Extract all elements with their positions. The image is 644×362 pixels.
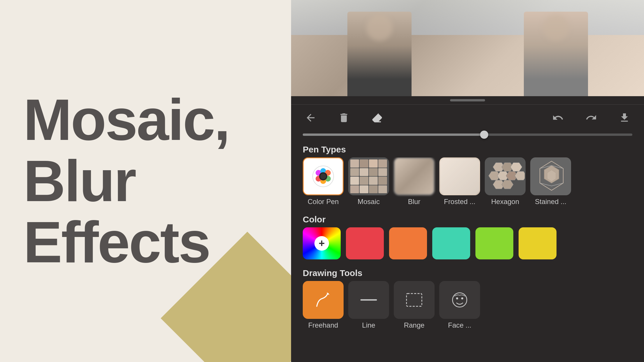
tool-label-face: Face ... [448,321,471,329]
color-row: + [303,227,632,259]
tool-thumb-freehand [303,281,344,319]
back-button[interactable] [303,110,318,126]
tool-item-range[interactable]: Range [394,281,435,329]
svg-point-8 [320,173,326,179]
slider-track[interactable] [303,133,632,136]
color-swatch-cyan[interactable] [432,227,470,259]
photo-scene [291,0,644,96]
svg-point-28 [456,297,458,299]
pen-thumb-frosted [439,157,480,195]
pen-item-blur[interactable]: Blur [394,157,435,206]
svg-point-27 [453,293,467,307]
tool-thumb-range [394,281,435,319]
delete-button[interactable] [336,110,352,126]
tool-item-face[interactable]: Face ... [439,281,480,329]
figure-left [347,12,412,96]
drawing-tools-header: Drawing Tools [291,264,644,281]
pen-item-stained[interactable]: Stained ... [530,157,571,206]
svg-line-23 [540,183,552,186]
pen-item-hexagon[interactable]: Hexagon [485,157,526,206]
drawing-tools-row-container: Freehand Line [291,281,644,334]
freehand-icon [313,290,333,310]
tool-label-freehand: Freehand [308,321,338,329]
line-icon [358,290,379,310]
svg-marker-15 [515,171,526,180]
pen-label-blur: Blur [408,198,421,206]
title-line2: Effects [23,210,210,275]
svg-line-24 [552,183,563,186]
pen-types-section: Pen Types [291,140,644,210]
svg-marker-17 [502,180,513,189]
pen-thumb-blur [394,157,435,195]
svg-marker-11 [510,163,522,171]
pen-thumb-hexagon [485,157,526,195]
tool-item-line[interactable]: Line [348,281,389,329]
slider-fill [303,133,484,136]
slider-thumb[interactable] [480,131,488,139]
drawing-tools-row: Freehand Line [297,281,638,329]
pen-label-stained: Stained ... [535,198,566,206]
add-color-icon: + [314,236,329,251]
pen-label-color-pen: Color Pen [308,198,339,206]
hexagon-pattern-icon [486,158,526,195]
figure-right [524,12,588,96]
redo-button[interactable] [583,110,599,126]
tool-label-range: Range [404,321,425,329]
photo-area [291,0,644,96]
svg-point-29 [461,297,463,299]
scroll-thumb [450,99,485,101]
undo-button[interactable] [550,110,566,126]
slider-area[interactable] [291,131,644,140]
tool-item-freehand[interactable]: Freehand [303,281,344,329]
tool-thumb-line [348,281,389,319]
color-swatch-yellow[interactable] [519,227,556,259]
title-line1: Mosaic, Blur [23,87,229,213]
pen-label-mosaic: Mosaic [358,198,380,206]
figure-head-right [543,15,569,41]
tool-thumb-face [439,281,480,319]
color-swatch-red[interactable] [346,227,384,259]
eraser-button[interactable] [369,110,385,126]
color-header: Color [291,210,644,227]
face-icon [449,290,470,310]
pen-thumb-mosaic [348,157,389,195]
left-panel: Mosaic, Blur Effects [0,0,291,362]
pen-types-row: Color Pen Mosaic [297,157,638,206]
color-swatch-gradient[interactable]: + [303,227,341,259]
pen-item-color-pen[interactable]: Color Pen [303,157,344,206]
scroll-indicator [291,96,644,104]
pen-label-frosted: Frosted ... [444,198,475,206]
pen-types-row-container: Color Pen Mosaic [291,157,644,210]
drawing-tools-section: Drawing Tools Freehand [291,264,644,334]
pen-label-hexagon: Hexagon [491,198,519,206]
range-icon [404,290,424,310]
pen-types-header: Pen Types [291,140,644,157]
pen-item-frosted[interactable]: Frosted ... [439,157,480,206]
color-swatches-row: + [291,227,644,264]
download-button[interactable] [617,110,632,126]
main-title: Mosaic, Blur Effects [23,89,268,273]
palette-icon [312,165,335,188]
pen-item-mosaic[interactable]: Mosaic [348,157,389,206]
color-section: Color + [291,210,644,264]
toolbar [291,104,644,131]
tool-label-line: Line [362,321,375,329]
pen-thumb-color-pen [303,157,344,195]
svg-rect-26 [407,294,422,306]
pen-thumb-stained [530,157,571,195]
figure-head-left [366,15,393,41]
color-swatch-orange[interactable] [389,227,427,259]
photo-background [291,0,644,96]
right-panel: Pen Types [291,0,644,362]
stained-pattern-icon [531,158,571,195]
color-swatch-green[interactable] [475,227,513,259]
